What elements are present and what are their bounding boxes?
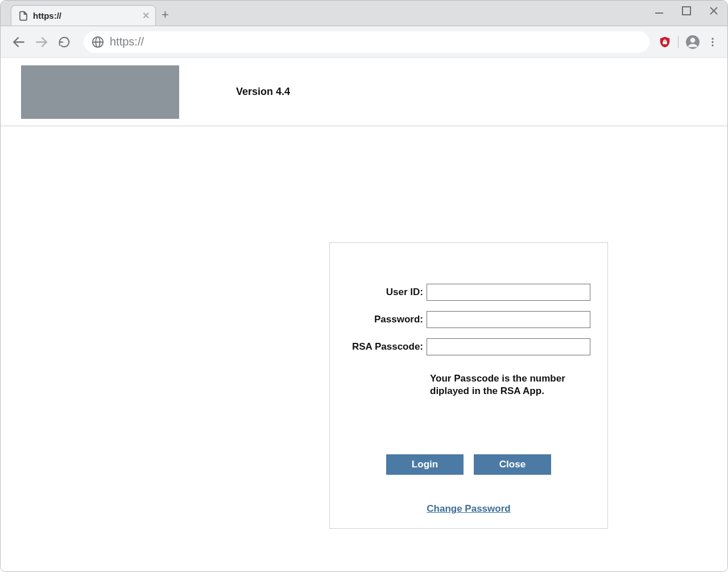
svg-rect-1 bbox=[682, 7, 690, 15]
toolbar-right bbox=[659, 35, 718, 49]
url-text: https:// bbox=[110, 35, 144, 48]
svg-point-10 bbox=[690, 38, 696, 43]
kebab-menu-icon[interactable] bbox=[707, 36, 718, 48]
maximize-icon[interactable] bbox=[681, 5, 692, 16]
passcode-help-text: Your Passcode is the number diplayed in … bbox=[430, 372, 590, 397]
reload-button[interactable] bbox=[55, 33, 73, 51]
close-window-icon[interactable] bbox=[708, 5, 719, 16]
minimize-icon[interactable] bbox=[653, 5, 665, 16]
forward-button[interactable] bbox=[32, 33, 51, 51]
ublock-icon[interactable] bbox=[659, 36, 671, 48]
login-button[interactable]: Login bbox=[386, 454, 464, 475]
window-controls bbox=[653, 5, 719, 16]
globe-icon bbox=[92, 36, 104, 48]
page-content: Version 4.4 User ID: Password: RSA Passc… bbox=[1, 57, 727, 571]
change-password-link[interactable]: Change Password bbox=[427, 503, 510, 514]
close-button[interactable]: Close bbox=[474, 454, 551, 475]
profile-icon[interactable] bbox=[685, 35, 700, 49]
close-tab-icon[interactable]: ✕ bbox=[142, 11, 150, 20]
browser-tab[interactable]: https:// ✕ bbox=[11, 5, 156, 26]
tab-strip: https:// ✕ + bbox=[1, 1, 727, 26]
browser-window: https:// ✕ + bbox=[0, 0, 728, 572]
address-bar[interactable]: https:// bbox=[84, 31, 650, 53]
svg-point-12 bbox=[712, 41, 713, 43]
back-button[interactable] bbox=[10, 33, 28, 51]
logo-placeholder bbox=[21, 65, 179, 119]
password-input[interactable] bbox=[427, 311, 590, 328]
svg-point-11 bbox=[712, 38, 713, 39]
user-id-input[interactable] bbox=[427, 284, 590, 301]
rsa-passcode-label: RSA Passcode: bbox=[347, 341, 427, 353]
user-id-label: User ID: bbox=[347, 287, 427, 298]
toolbar-separator bbox=[678, 36, 679, 48]
button-row: Login Close bbox=[347, 454, 590, 475]
rsa-passcode-input[interactable] bbox=[427, 338, 590, 355]
password-label: Password: bbox=[347, 314, 427, 325]
version-label: Version 4.4 bbox=[236, 86, 290, 98]
tab-title: https:// bbox=[33, 11, 61, 20]
page-icon bbox=[18, 11, 28, 21]
browser-toolbar: https:// bbox=[1, 26, 727, 57]
login-panel: User ID: Password: RSA Passcode: Your Pa… bbox=[329, 242, 608, 529]
svg-point-13 bbox=[712, 44, 713, 46]
new-tab-button[interactable]: + bbox=[162, 9, 169, 21]
page-header: Version 4.4 bbox=[1, 58, 727, 126]
